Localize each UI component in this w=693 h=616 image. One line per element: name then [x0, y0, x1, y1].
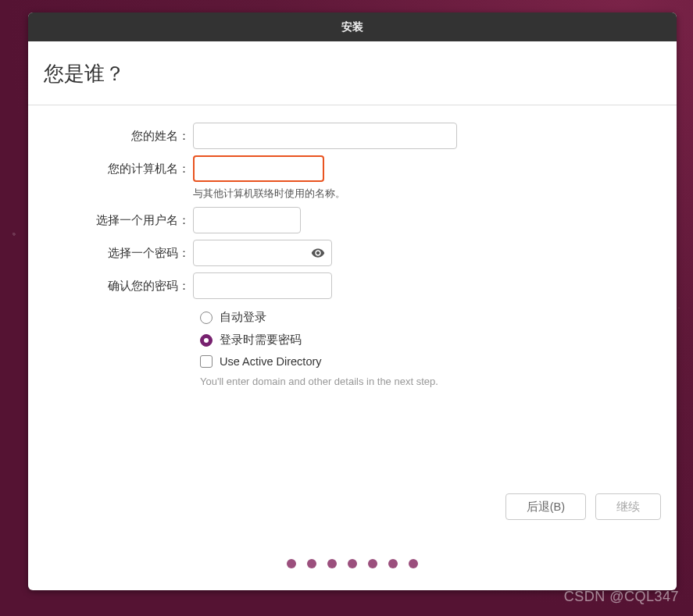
active-directory-label: Use Active Directory [220, 355, 322, 368]
titlebar: 安装 [28, 12, 677, 41]
progress-dot [409, 559, 418, 568]
confirm-password-input[interactable] [193, 272, 332, 299]
name-label: 您的姓名： [44, 123, 193, 144]
radio-icon [200, 312, 213, 324]
progress-dot [287, 559, 296, 568]
checkbox-icon [200, 355, 213, 368]
username-input[interactable] [193, 207, 301, 233]
progress-dot [327, 559, 337, 568]
watermark: CSDN @CQL347 [564, 589, 679, 605]
eye-icon [311, 246, 325, 260]
toggle-password-visibility[interactable] [309, 244, 327, 262]
require-password-label: 登录时需要密码 [220, 333, 302, 347]
back-button[interactable]: 后退(B) [505, 493, 586, 520]
confirm-label: 确认您的密码： [44, 272, 193, 294]
user-form: 您的姓名： 您的计算机名： 与其他计算机联络时使用的名称。 选择一个用户名： [44, 123, 661, 387]
continue-button[interactable]: 继续 [595, 493, 661, 520]
progress-dot [368, 559, 377, 568]
radio-icon [200, 334, 213, 347]
password-label: 选择一个密码： [44, 240, 193, 261]
progress-dot [307, 559, 316, 568]
active-directory-hint: You'll enter domain and other details in… [200, 376, 661, 387]
page-heading: 您是谁？ [44, 60, 661, 87]
window-title: 安装 [341, 20, 363, 34]
username-label: 选择一个用户名： [44, 207, 193, 228]
computer-name-input[interactable] [193, 155, 324, 182]
progress-dot [388, 559, 398, 568]
installer-window: 安装 您是谁？ 您的姓名： 您的计算机名： 与其他计算机联络时使用的名称。 选择… [28, 12, 677, 590]
active-directory-option[interactable]: Use Active Directory [200, 355, 661, 368]
progress-dots [287, 559, 418, 568]
name-input[interactable] [193, 123, 457, 149]
computer-hint: 与其他计算机联络时使用的名称。 [193, 187, 661, 201]
auto-login-option[interactable]: 自动登录 [200, 310, 661, 325]
computer-label: 您的计算机名： [44, 155, 193, 176]
require-password-option[interactable]: 登录时需要密码 [200, 333, 661, 347]
progress-dot [348, 559, 357, 568]
divider [28, 105, 677, 105]
auto-login-label: 自动登录 [220, 310, 266, 325]
